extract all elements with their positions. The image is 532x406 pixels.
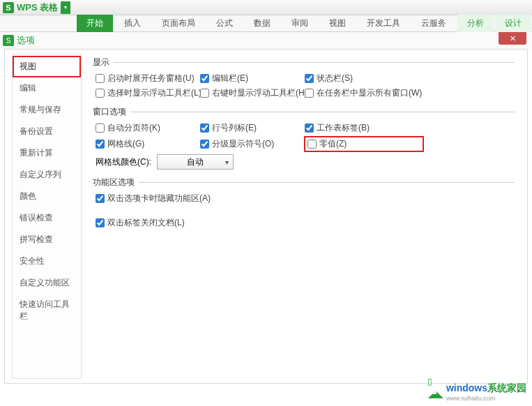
chk-row-col[interactable]: 行号列标(E) <box>200 122 305 134</box>
sidebar: 视图 编辑 常规与保存 备份设置 重新计算 自定义序列 颜色 错误检查 拼写检查… <box>12 54 82 379</box>
ribbon-tab-page-layout[interactable]: 页面布局 <box>152 15 205 32</box>
chk-auto-page[interactable]: 自动分页符(K) <box>96 122 200 134</box>
chk-label: 行号列标(E) <box>212 122 257 134</box>
chk-label: 在任务栏中显示所有窗口(W) <box>317 87 422 99</box>
sidebar-item-security[interactable]: 安全性 <box>13 250 81 272</box>
sidebar-item-custom-ribbon[interactable]: 自定义功能区 <box>13 272 81 294</box>
combo-value: 自动 <box>187 156 204 168</box>
sidebar-item-edit[interactable]: 编辑 <box>13 77 81 99</box>
ribbon-tab-start[interactable]: 开始 <box>77 15 113 32</box>
sidebar-item-qat[interactable]: 快速访问工具栏 <box>13 294 81 327</box>
chk-edit-bar[interactable]: 编辑栏(E) <box>200 73 305 84</box>
group-display-title: 显示 <box>93 57 109 68</box>
sidebar-item-recalc[interactable]: 重新计算 <box>13 142 81 164</box>
watermark-sub: www.ruihaitu.com <box>446 395 526 402</box>
chk-dbl-close[interactable]: 双击标签关闭文档(L) <box>96 217 515 229</box>
sidebar-item-color[interactable]: 颜色 <box>13 186 81 207</box>
group-ribbon-opt-title: 功能区选项 <box>93 176 135 188</box>
divider <box>139 182 515 183</box>
divider <box>130 112 515 112</box>
chk-rclick-float[interactable]: 右键时显示浮动工具栏(H) <box>200 87 305 99</box>
ribbon-tab-review[interactable]: 审阅 <box>282 15 318 32</box>
ribbon-tab-cloud[interactable]: 云服务 <box>411 15 456 32</box>
dialog-body: 视图 编辑 常规与保存 备份设置 重新计算 自定义序列 颜色 错误检查 拼写检查… <box>4 49 528 384</box>
watermark-logo-icon <box>428 386 443 398</box>
content-panel: 显示 启动时展开任务窗格(U) 编辑栏(E) 状态栏(S) 选择时显示浮动工具栏… <box>87 54 520 379</box>
app-icon: S <box>3 2 14 13</box>
group-window: 窗口选项 自动分页符(K) 行号列标(E) 工作表标签(B) 网格线(G) 分级… <box>93 106 515 170</box>
chk-label: 双击选项卡时隐藏功能区(A) <box>107 193 211 204</box>
close-button[interactable]: ✕ <box>499 32 526 45</box>
ribbon-tab-design[interactable]: 设计 <box>495 15 531 32</box>
sidebar-item-general[interactable]: 常规与保存 <box>13 99 81 121</box>
watermark: windows系统家园 www.ruihaitu.com <box>428 382 526 402</box>
grid-color-combo[interactable]: 自动 <box>157 154 234 170</box>
chk-label: 选择时显示浮动工具栏(L) <box>107 87 202 99</box>
chk-gridlines[interactable]: 网格线(G) <box>96 137 200 151</box>
chk-label: 零值(Z) <box>319 138 347 150</box>
chk-label: 右键时显示浮动工具栏(H) <box>212 87 307 99</box>
sidebar-item-spell[interactable]: 拼写检查 <box>13 229 81 250</box>
chk-select-float[interactable]: 选择时显示浮动工具栏(L) <box>96 87 200 99</box>
chk-label: 自动分页符(K) <box>107 122 160 134</box>
chk-taskbar-all[interactable]: 在任务栏中显示所有窗口(W) <box>305 87 423 99</box>
chk-outline[interactable]: 分级显示符号(O) <box>200 137 305 151</box>
sidebar-item-error[interactable]: 错误检查 <box>13 207 81 229</box>
chk-label: 工作表标签(B) <box>317 122 370 134</box>
app-title: WPS 表格 <box>17 1 58 14</box>
chk-startup-pane[interactable]: 启动时展开任务窗格(U) <box>96 73 200 84</box>
ribbon-tab-data[interactable]: 数据 <box>244 15 280 32</box>
ribbon-tab-insert[interactable]: 插入 <box>114 15 151 32</box>
group-window-title: 窗口选项 <box>93 106 126 118</box>
chk-sheet-tab[interactable]: 工作表标签(B) <box>305 122 423 134</box>
ribbon-tab-view[interactable]: 视图 <box>319 15 356 32</box>
titlebar: S WPS 表格 ▾ <box>0 0 532 15</box>
ribbon: 开始 插入 页面布局 公式 数据 审阅 视图 开发工具 云服务 分析 设计 <box>0 15 532 32</box>
dialog-title: 选项 <box>17 34 35 47</box>
group-display: 显示 启动时展开任务窗格(U) 编辑栏(E) 状态栏(S) 选择时显示浮动工具栏… <box>93 57 515 99</box>
dialog-icon: S <box>3 35 14 46</box>
sidebar-item-backup[interactable]: 备份设置 <box>13 121 81 142</box>
divider <box>114 62 515 63</box>
ribbon-tab-analyze[interactable]: 分析 <box>457 15 494 32</box>
sidebar-item-custom-list[interactable]: 自定义序列 <box>13 164 81 186</box>
watermark-text-blue: windows <box>446 382 487 393</box>
chk-zero-value[interactable]: 零值(Z) <box>305 137 423 151</box>
grid-color-label: 网格线颜色(C): <box>96 156 151 168</box>
app-menu-dropdown[interactable]: ▾ <box>61 1 70 14</box>
ribbon-tab-formula[interactable]: 公式 <box>206 15 243 32</box>
chk-dbl-hide[interactable]: 双击选项卡时隐藏功能区(A) <box>96 193 515 204</box>
group-ribbon-opt: 功能区选项 双击选项卡时隐藏功能区(A) 双击标签关闭文档(L) <box>93 176 515 229</box>
chk-label: 状态栏(S) <box>317 73 353 84</box>
chk-label: 双击标签关闭文档(L) <box>107 217 185 229</box>
chk-label: 编辑栏(E) <box>212 73 248 84</box>
watermark-text-green: 系统家园 <box>487 382 526 393</box>
dialog-header: S 选项 ✕ <box>0 32 532 49</box>
ribbon-tab-dev[interactable]: 开发工具 <box>357 15 410 32</box>
sidebar-item-view[interactable]: 视图 <box>13 56 81 77</box>
chk-label: 启动时展开任务窗格(U) <box>107 73 195 84</box>
chk-status-bar[interactable]: 状态栏(S) <box>305 73 423 84</box>
chk-label: 网格线(G) <box>107 138 144 150</box>
chk-label: 分级显示符号(O) <box>212 138 274 150</box>
